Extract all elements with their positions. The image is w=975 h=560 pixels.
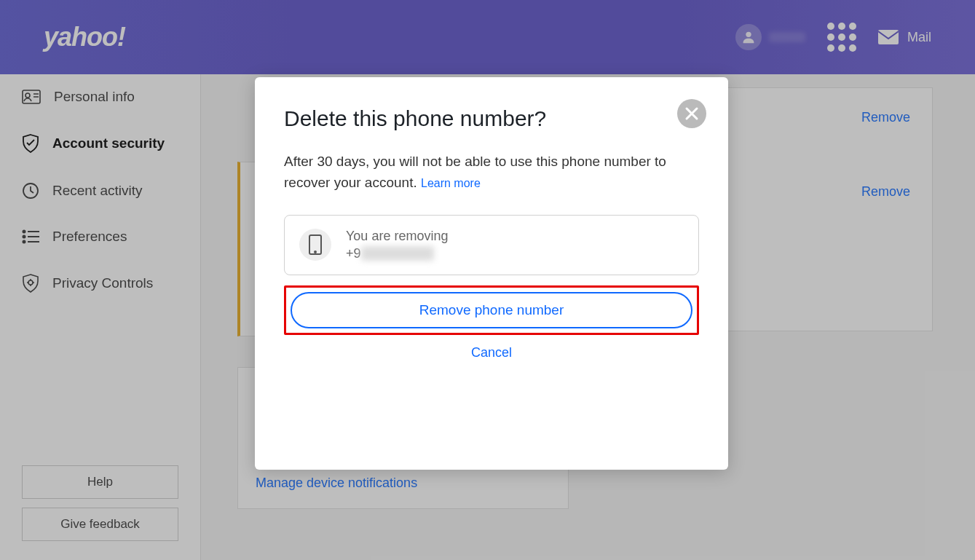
cancel-link[interactable]: Cancel [284, 345, 699, 360]
removing-card: You are removing +90000000000 [284, 215, 699, 275]
removing-text: You are removing +90000000000 [346, 227, 448, 263]
highlight-annotation: Remove phone number [284, 285, 699, 335]
phone-number: +90000000000 [346, 245, 448, 262]
learn-more-link[interactable]: Learn more [421, 177, 481, 189]
phone-icon [299, 229, 331, 261]
close-button[interactable] [677, 99, 706, 128]
remove-phone-number-button[interactable]: Remove phone number [291, 292, 692, 328]
close-icon [684, 106, 699, 121]
modal-title: Delete this phone number? [284, 106, 699, 131]
modal-body: After 30 days, you will not be able to u… [284, 151, 699, 193]
svg-point-10 [315, 251, 316, 253]
removing-label: You are removing [346, 227, 448, 245]
delete-phone-modal: Delete this phone number? After 30 days,… [255, 77, 728, 470]
